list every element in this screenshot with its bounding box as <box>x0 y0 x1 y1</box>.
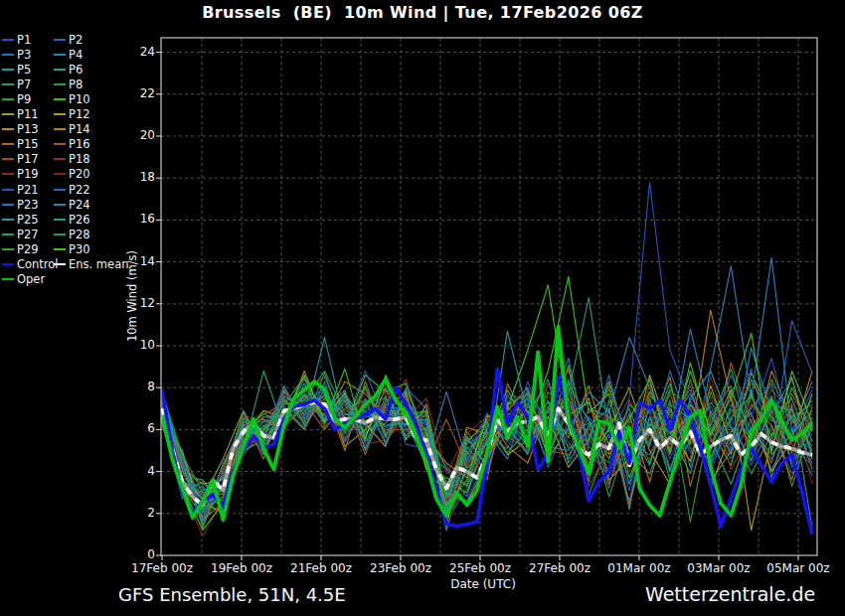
x-tick-label: 05Mar 00z <box>754 561 843 575</box>
y-tick-label: 16 <box>117 212 155 226</box>
y-tick-label: 2 <box>117 506 155 520</box>
x-tick-label: 25Feb 00z <box>435 561 525 575</box>
site-branding-text: Wetterzentrale.de <box>645 583 815 605</box>
model-info-text: GFS Ensemble, 51N, 4.5E <box>118 584 346 605</box>
x-tick-label: 03Mar 00z <box>674 561 763 575</box>
y-tick-label: 12 <box>117 296 155 310</box>
x-tick-label: 21Feb 00z <box>276 561 366 575</box>
x-tick-label: 19Feb 00z <box>197 561 286 575</box>
y-tick-label: 10 <box>117 338 155 352</box>
y-tick-label: 18 <box>117 170 155 184</box>
y-tick-label: 0 <box>117 547 155 561</box>
y-tick-label: 14 <box>117 254 155 268</box>
forecast-page: { "title": "Brussels (BE) 10m Wind | Tue… <box>0 0 845 616</box>
y-tick-label: 24 <box>117 45 155 59</box>
y-tick-label: 4 <box>117 464 155 478</box>
y-tick-label: 22 <box>117 86 155 100</box>
y-tick-label: 8 <box>117 380 155 393</box>
x-tick-label: 27Feb 00z <box>515 561 604 575</box>
x-axis-label: Date (UTC) <box>409 577 558 591</box>
y-tick-label: 20 <box>117 128 155 142</box>
y-tick-label: 6 <box>117 421 155 435</box>
x-tick-label: 17Feb 00z <box>117 561 207 575</box>
x-tick-label: 23Feb 00z <box>356 561 445 575</box>
x-tick-label: 01Mar 00z <box>594 561 684 575</box>
